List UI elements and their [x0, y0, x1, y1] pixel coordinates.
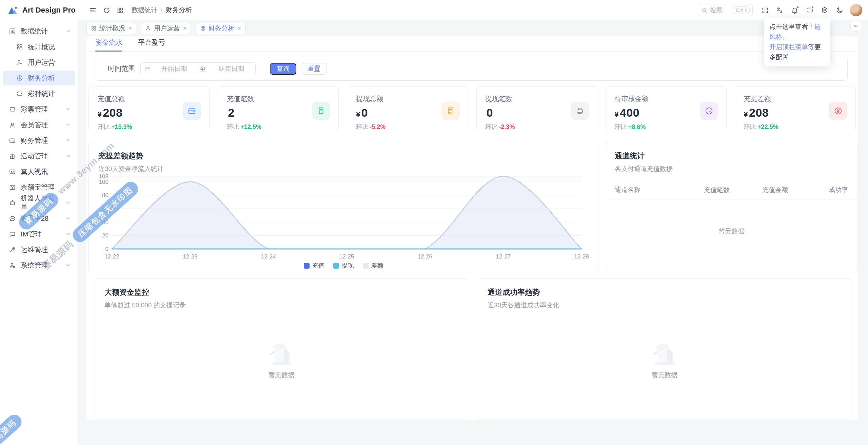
sidebar-item-robot-dispatch[interactable]: 机器人与发单	[3, 195, 75, 210]
chevron-up-icon	[65, 28, 71, 34]
date-range-input[interactable]: 开始日期 至 结束日期	[140, 62, 256, 75]
panel-title: 通道统计	[605, 142, 857, 161]
refresh-icon[interactable]	[100, 3, 113, 17]
tab-capital-flow[interactable]: 资金流水	[95, 38, 122, 51]
empty-box-illustration	[264, 340, 298, 366]
sidebar-item-lottery-manage[interactable]: 彩票管理	[3, 102, 75, 117]
sidebar-item-user-operation[interactable]: 用户运营	[3, 55, 75, 70]
sidebar-item-label: 系统管理	[21, 261, 48, 270]
notification-bell-icon[interactable]	[788, 3, 802, 17]
tab-platform-pnl[interactable]: 平台盈亏	[138, 38, 165, 51]
stat-card-withdraw-total: 提现总额 ¥0 环比-5.2%	[347, 86, 468, 131]
end-date-placeholder: 结束日期	[212, 64, 252, 73]
breadcrumb: 数据统计 / 财务分析	[132, 6, 192, 15]
chat-icon[interactable]	[803, 3, 816, 17]
close-icon[interactable]: ×	[183, 25, 186, 32]
column-channel-name: 通道名称	[615, 186, 688, 194]
sidebar-item-system-manage[interactable]: 系统管理	[3, 258, 75, 273]
fullscreen-icon[interactable]	[758, 3, 772, 17]
sidebar-item-ops-manage[interactable]: 运维管理	[3, 242, 75, 257]
clock-icon	[700, 102, 718, 120]
tab-stats-overview[interactable]: 统计概况 ×	[86, 23, 136, 34]
legend-item[interactable]: 充值	[304, 262, 324, 270]
column-recharge-amount: 充值金额	[746, 186, 804, 194]
sidebar-item-finance-manage[interactable]: 财务管理	[3, 133, 75, 148]
sidebar-item-chatroom-28[interactable]: 聊天室28	[3, 211, 75, 226]
sidebar: Art Design Pro 数据统计 统计概况 用户运营 财务分析 彩种统计 …	[0, 0, 78, 445]
dollar-circle-icon	[200, 25, 206, 31]
sidebar-item-member-manage[interactable]: 会员管理	[3, 117, 75, 132]
legend-item[interactable]: 差额	[363, 262, 383, 270]
sidebar-item-lottery-stats[interactable]: 彩种统计	[3, 86, 75, 101]
reset-button[interactable]: 重置	[301, 63, 327, 75]
sidebar-item-data-stats[interactable]: 数据统计	[3, 24, 75, 39]
stat-card-net-difference: 充提差额 ¥208 环比+22.5%	[735, 86, 856, 131]
sidebar-item-label: 财务分析	[28, 74, 55, 83]
tab-finance-analysis[interactable]: 财务分析 ×	[196, 23, 245, 34]
stat-card-withdraw-count: 提现笔数 0 环比-2.3%	[476, 86, 597, 131]
sidebar-item-activity-manage[interactable]: 活动管理	[3, 149, 75, 163]
user-avatar[interactable]	[850, 4, 863, 17]
chevron-down-icon	[65, 185, 71, 190]
stat-card-recharge-total: 充值总额 ¥208 环比+15.3%	[88, 86, 210, 131]
panel-title: 大额资金监控	[95, 278, 468, 297]
app-logo[interactable]: Art Design Pro	[0, 0, 78, 20]
breadcrumb-separator: /	[161, 6, 162, 14]
wallet-icon	[183, 102, 201, 120]
dark-mode-moon-icon[interactable]	[833, 3, 846, 17]
page-tabbar: 统计概况 × 用户运营 × 财务分析 ×	[78, 20, 868, 36]
panel-title: 通道成功率趋势	[478, 278, 851, 297]
sidebar-item-label: 用户运营	[28, 58, 55, 67]
sidebar-item-label: 数据统计	[21, 27, 48, 36]
svg-text:12-26: 12-26	[418, 253, 432, 259]
svg-text:A: A	[780, 10, 783, 14]
chat-badge	[811, 6, 814, 9]
column-recharge-count: 充值笔数	[688, 186, 746, 194]
stat-trend: +12.5%	[240, 123, 261, 130]
close-icon[interactable]: ×	[129, 25, 132, 32]
user-plus-icon	[16, 59, 23, 66]
stat-card-recharge-count: 充值笔数 2 环比+12.5%	[218, 86, 339, 131]
sidebar-item-stats-overview[interactable]: 统计概况	[3, 39, 75, 54]
close-icon[interactable]: ×	[238, 25, 241, 32]
stat-value: 0	[361, 106, 368, 119]
legend-swatch	[304, 263, 310, 269]
settings-gear-icon[interactable]	[818, 3, 831, 17]
sidebar-item-yuebao-manage[interactable]: 余额宝管理	[3, 180, 75, 195]
sidebar-item-im-manage[interactable]: IM管理	[3, 227, 75, 241]
bank-card-icon	[441, 102, 460, 120]
legend-item[interactable]: 提现	[333, 262, 354, 270]
breadcrumb-current: 财务分析	[166, 6, 192, 15]
gift-icon	[9, 153, 16, 160]
breadcrumb-parent[interactable]: 数据统计	[132, 6, 157, 15]
query-button[interactable]: 查询	[270, 63, 296, 75]
trend-chart-panel: 充提差额趋势 近30天资金净流入统计 02040608010010812-221…	[88, 142, 598, 272]
top-menu-link[interactable]: 开启顶栏菜单	[769, 43, 808, 51]
search-input[interactable]: 搜索 Ctrl k	[698, 4, 753, 16]
main-panel: 资金流水 平台盈亏 时间范围 开始日期 至 结束日期 查询 重置 充值总额 ¥2…	[86, 36, 858, 420]
printer-icon	[571, 102, 589, 120]
sidebar-item-label: 聊天室28	[21, 214, 48, 223]
success-rate-panel: 通道成功率趋势 近30天各通道成功率变化 暂无数据	[478, 278, 851, 420]
sidebar-item-label: IM管理	[21, 230, 42, 239]
svg-text:12-27: 12-27	[496, 253, 510, 259]
chart-legend: 充值提现差额	[89, 262, 598, 270]
tab-label: 用户运营	[154, 24, 180, 33]
sidebar-item-finance-analysis[interactable]: 财务分析	[3, 71, 75, 85]
tab-options-button[interactable]	[850, 21, 861, 32]
empty-text: 暂无数据	[269, 371, 294, 380]
chevron-down-icon	[65, 107, 71, 112]
logo-mountain-icon	[7, 5, 18, 15]
sidebar-item-label: 运维管理	[21, 245, 48, 254]
sidebar-item-live-video[interactable]: 真人视讯	[3, 164, 75, 179]
settings-tooltip: 点击这里查看主题风格、 开启顶栏菜单等更多配置	[764, 18, 830, 66]
language-icon[interactable]: 文A	[773, 3, 787, 17]
legend-swatch	[363, 263, 369, 269]
tab-user-operation[interactable]: 用户运营 ×	[141, 23, 191, 34]
apps-grid-icon[interactable]	[113, 3, 127, 17]
tools-icon	[9, 246, 16, 253]
sidebar-item-label: 彩种统计	[28, 89, 55, 98]
area-chart[interactable]: 02040608010010812-2212-2312-2412-2512-26…	[89, 174, 599, 259]
collapse-menu-icon[interactable]	[86, 3, 100, 17]
stat-value: 208	[103, 106, 122, 119]
